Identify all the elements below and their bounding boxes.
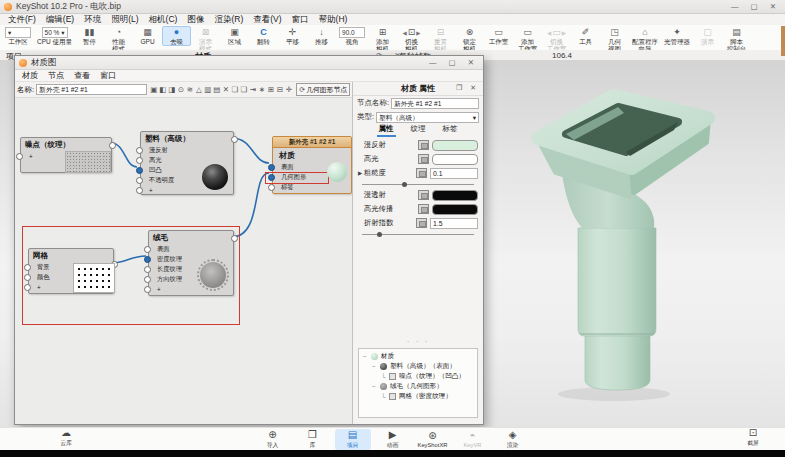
- wire-plastic-to-surface[interactable]: [232, 138, 269, 163]
- graph-toolbar-icon[interactable]: ✕: [221, 85, 230, 94]
- toolbar-field[interactable]: 90.0: [339, 27, 365, 38]
- menu-item[interactable]: 窗口: [95, 70, 121, 81]
- material-name-input[interactable]: 新外壳 #1 #2 #1: [36, 84, 147, 95]
- input-pin[interactable]: [24, 274, 31, 281]
- toolbar-button[interactable]: ✛ 平移: [278, 26, 307, 46]
- color-swatch[interactable]: [432, 140, 478, 151]
- toolbar-field[interactable]: 50 % ▾: [42, 27, 68, 38]
- toolbar-button[interactable]: ✦ 光管理器: [661, 26, 693, 46]
- toolbar-button[interactable]: ▣ 区域: [220, 26, 249, 46]
- texture-slot-icon[interactable]: [418, 204, 429, 214]
- menu-item[interactable]: 渲染(R): [209, 14, 248, 26]
- graph-toolbar-icon[interactable]: ⊙: [176, 85, 185, 94]
- node-canvas[interactable]: 噪点（纹理） + 塑料（高级） 漫反射高光凹凸不透明度+ 新: [15, 98, 352, 424]
- texture-slot-icon[interactable]: [418, 140, 429, 150]
- color-swatch[interactable]: [432, 190, 478, 201]
- menu-item[interactable]: 照明(L): [106, 14, 143, 26]
- properties-tab[interactable]: 属性: [377, 124, 396, 137]
- tree-expander-icon[interactable]: −: [372, 363, 380, 370]
- cycle-right-icon[interactable]: ▶: [416, 30, 420, 36]
- menu-item[interactable]: 节点: [43, 70, 69, 81]
- menu-item[interactable]: 帮助(H): [314, 14, 353, 26]
- menu-item[interactable]: 文件(F): [3, 14, 41, 26]
- input-pin[interactable]: [16, 153, 23, 160]
- input-pin[interactable]: [144, 246, 151, 253]
- output-pin[interactable]: [109, 142, 116, 149]
- graph-toolbar-icon[interactable]: ▣: [149, 85, 158, 94]
- texture-slot-icon[interactable]: [416, 218, 427, 228]
- slider-handle[interactable]: [402, 182, 407, 187]
- input-pin[interactable]: [268, 184, 275, 191]
- node-grid-texture[interactable]: 网格 背景颜色+: [28, 248, 114, 294]
- menu-item[interactable]: 编辑(E): [41, 14, 79, 26]
- menu-item[interactable]: 查看: [69, 70, 95, 81]
- cycle-right-icon[interactable]: ▶: [562, 30, 566, 36]
- material-graph-window[interactable]: 材质图 — ▢ ✕ 材质节点查看窗口 名称: 新外壳 #1 #2 #1 ▣◧◨⊙…: [14, 55, 484, 425]
- node-material-shell[interactable]: 新外壳 #1 #2 #1 材质 表面几何图形标签: [272, 136, 352, 194]
- toolbar-button[interactable]: ▢ 演示: [693, 26, 722, 46]
- tree-row[interactable]: └ 网格（密度纹理）: [359, 391, 477, 401]
- input-pin[interactable]: [136, 177, 143, 184]
- graph-toolbar-icon[interactable]: ◨: [167, 85, 176, 94]
- toolbar-button[interactable]: 50 % ▾ CPU 使用量: [34, 26, 75, 46]
- maximize-button[interactable]: ▢: [449, 58, 456, 67]
- toolbar-button[interactable]: ▮▮ 暂停: [75, 26, 104, 46]
- graph-toolbar-icon[interactable]: ◧: [158, 85, 167, 94]
- dock-button[interactable]: ▶ 动画: [375, 429, 411, 450]
- color-swatch[interactable]: [432, 154, 478, 165]
- screenshot-button[interactable]: ⊡ 截屏: [735, 427, 771, 448]
- properties-tab[interactable]: 标签: [441, 124, 460, 137]
- toolbar-button[interactable]: ▦ GPU: [133, 26, 162, 46]
- input-pin[interactable]: [144, 256, 151, 263]
- input-pin[interactable]: [136, 187, 143, 194]
- node-fuzz-geometry[interactable]: 绒毛 表面密度纹理长度纹理方向纹理+: [148, 230, 234, 296]
- graph-toolbar-icon[interactable]: ▤: [212, 85, 221, 94]
- node-name-input[interactable]: 新外壳 #1 #2 #1: [391, 98, 479, 109]
- toolbar-button[interactable]: ▾ 工作区: [2, 26, 34, 46]
- cloud-library-button[interactable]: ☁ 云库: [48, 427, 84, 448]
- toolbar-button[interactable]: ● 去噪: [162, 26, 191, 46]
- value-input[interactable]: 1.5: [430, 218, 478, 229]
- texture-slot-icon[interactable]: [418, 154, 429, 164]
- input-pin[interactable]: [24, 284, 31, 291]
- input-pin[interactable]: [144, 276, 151, 283]
- color-swatch[interactable]: [432, 204, 478, 215]
- input-pin[interactable]: [268, 164, 275, 171]
- minimize-button[interactable]: —: [429, 58, 437, 67]
- menu-item[interactable]: 查看(V): [248, 14, 286, 26]
- dock-button[interactable]: ⊕ 导入: [255, 429, 291, 450]
- texture-slot-icon[interactable]: [418, 190, 429, 200]
- node-plastic-advanced[interactable]: 塑料（高级） 漫反射高光凹凸不透明度+: [140, 131, 234, 195]
- dock-button[interactable]: ⊛ KeyShotXR: [415, 430, 451, 448]
- geometry-node-button[interactable]: ⟳ 几何图形节点: [296, 83, 350, 96]
- graph-toolbar-icon[interactable]: ⊟: [275, 85, 284, 94]
- cycle-left-icon[interactable]: ◀: [403, 30, 407, 36]
- graph-toolbar-icon[interactable]: ≋: [185, 85, 194, 94]
- graph-toolbar-icon[interactable]: ⊞: [266, 85, 275, 94]
- output-pin[interactable]: [231, 235, 238, 242]
- menu-item[interactable]: 图像: [182, 14, 209, 26]
- panel-float-close-icons[interactable]: ❐ ✕: [456, 84, 479, 92]
- dock-button[interactable]: ◓ KeyVR: [455, 430, 491, 448]
- menu-item[interactable]: 材质: [17, 70, 43, 81]
- menu-item[interactable]: 相机(C): [144, 14, 183, 26]
- tree-expander-icon[interactable]: −: [363, 353, 371, 360]
- maximize-button[interactable]: ▢: [751, 2, 758, 11]
- graph-toolbar-icon[interactable]: ❏: [230, 85, 239, 94]
- input-pin[interactable]: [268, 174, 275, 181]
- toolbar-field[interactable]: ▾: [5, 27, 31, 38]
- toolbar-button[interactable]: ↓ 推移: [307, 26, 336, 46]
- minimize-button[interactable]: —: [731, 2, 739, 11]
- graph-toolbar-icon[interactable]: ⇥: [248, 85, 257, 94]
- cycle-left-icon[interactable]: ◀: [547, 30, 551, 36]
- tree-row[interactable]: └ 噪点（纹理）（凹凸）: [359, 371, 477, 381]
- input-pin[interactable]: [24, 264, 31, 271]
- graph-toolbar-icon[interactable]: ∗: [257, 85, 266, 94]
- value-input[interactable]: 0.1: [430, 168, 478, 179]
- input-pin[interactable]: [144, 286, 151, 293]
- input-pin[interactable]: [136, 157, 143, 164]
- node-noise-texture[interactable]: 噪点（纹理） +: [20, 137, 112, 173]
- menu-item[interactable]: 环境: [79, 14, 106, 26]
- close-button[interactable]: ✕: [770, 2, 776, 11]
- properties-tab[interactable]: 纹理: [409, 124, 428, 137]
